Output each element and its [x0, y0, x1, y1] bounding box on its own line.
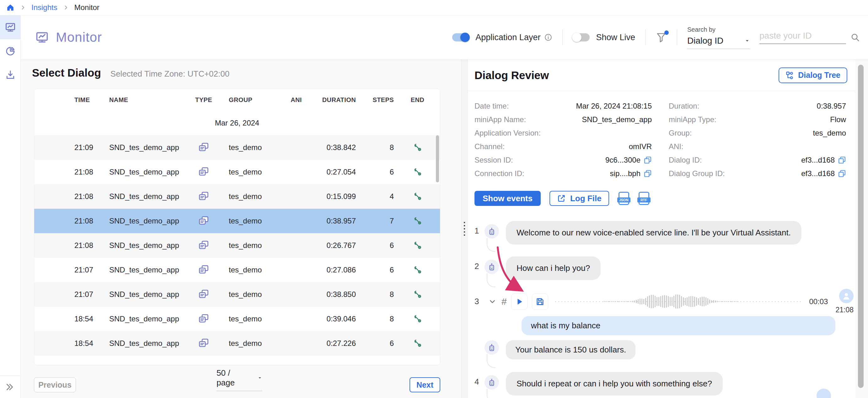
expand-chevron-icon[interactable] — [34, 290, 45, 299]
export-json-button[interactable]: JSON — [619, 192, 629, 205]
step-number: 1 — [474, 221, 485, 236]
expand-chevron-icon[interactable] — [34, 315, 45, 323]
application-layer-toggle[interactable] — [452, 33, 469, 41]
expand-chevron-icon[interactable] — [34, 266, 45, 274]
bot-message-bubble: Should i repeat or can i help you with s… — [506, 372, 723, 396]
cell-steps: 6 — [390, 241, 395, 250]
meta-ani: ANI: — [669, 140, 846, 153]
breadcrumb-link-insights[interactable]: Insights — [31, 3, 57, 12]
monitor-chart-icon — [5, 22, 16, 33]
table-scrollbar[interactable] — [436, 135, 439, 182]
cell-steps: 8 — [390, 314, 395, 323]
divider — [645, 30, 646, 45]
dialog-actions: Show events Log File JSON RTF — [468, 180, 856, 206]
filter-button[interactable] — [656, 32, 667, 43]
double-chevron-right-icon[interactable] — [5, 382, 14, 392]
table-row[interactable]: 18:54 SND_tes_demo_app tes_demo 0:27.226… — [34, 331, 440, 356]
next-page-button[interactable]: Next — [409, 377, 440, 392]
previous-page-button[interactable]: Previous — [34, 377, 76, 392]
meta-date-time: Date time: Mar 26, 2024 21:08:15 — [474, 99, 652, 113]
cell-time: 18:54 — [74, 314, 108, 323]
cell-duration: 0:26.767 — [327, 241, 356, 250]
id-search-group — [760, 31, 860, 44]
dialog-tree-button[interactable]: Dialog Tree — [779, 67, 847, 83]
copy-icon[interactable] — [644, 170, 652, 178]
page-scrollbar-thumb[interactable] — [858, 65, 864, 388]
search-input[interactable] — [760, 31, 846, 44]
cell-time: 21:09 — [74, 143, 108, 152]
robot-icon — [487, 226, 496, 236]
show-live-toggle[interactable] — [573, 33, 590, 41]
expand-chevron-icon[interactable] — [34, 339, 45, 347]
dialog-type-icon — [198, 167, 209, 177]
page-scrollbar[interactable] — [858, 60, 864, 398]
call-end-icon — [413, 192, 423, 201]
meta-dialog-id: Dialog ID: ef3...d168 — [669, 153, 846, 167]
collapse-chevron-icon[interactable] — [488, 298, 496, 306]
dialog-tree-label: Dialog Tree — [798, 71, 840, 80]
call-end-icon — [413, 216, 423, 226]
expand-chevron-icon[interactable] — [34, 241, 45, 249]
expand-chevron-icon[interactable] — [34, 168, 45, 176]
expand-chevron-icon[interactable] — [34, 144, 45, 152]
table-row[interactable]: 21:09 SND_tes_demo_app tes_demo 0:38.842… — [34, 135, 440, 160]
table-row[interactable]: 21:08 SND_tes_demo_app tes_demo 0:26.767… — [34, 233, 440, 258]
call-end-icon — [413, 290, 423, 299]
panel-resizer-handle[interactable] — [461, 60, 468, 398]
copy-icon[interactable] — [838, 170, 846, 178]
page-size-select[interactable]: 50 / page — [217, 368, 262, 391]
table-row[interactable]: 21:08 SND_tes_demo_app tes_demo 0:15.099… — [34, 184, 440, 209]
home-icon[interactable] — [6, 3, 14, 11]
save-audio-button[interactable] — [532, 294, 548, 310]
cell-steps: 4 — [390, 192, 395, 201]
cell-name: SND_tes_demo_app — [108, 143, 190, 152]
table-row[interactable]: 21:07 SND_tes_demo_app tes_demo 0:38.850… — [34, 282, 440, 307]
hash-icon[interactable]: # — [501, 296, 507, 307]
audio-turn-row: 3 # 00:03 21:08 — [474, 289, 856, 314]
expand-chevron-icon[interactable] — [34, 217, 45, 225]
cell-time: 21:08 — [74, 241, 108, 250]
cell-name: SND_tes_demo_app — [108, 241, 190, 250]
play-audio-button[interactable] — [511, 294, 528, 310]
cell-duration: 0:27.054 — [327, 167, 356, 176]
cell-duration: 0:38.850 — [327, 290, 356, 299]
table-row-selected[interactable]: 21:08 SND_tes_demo_app tes_demo 0:38.957… — [34, 209, 440, 233]
cell-name: SND_tes_demo_app — [108, 192, 190, 201]
copy-icon[interactable] — [644, 156, 652, 164]
sidebar-item-reports[interactable] — [0, 39, 21, 63]
dialog-table: TIME NAME TYPE GROUP ANI DURATION STEPS … — [34, 89, 440, 365]
col-duration: DURATION — [322, 96, 356, 103]
sidebar-item-downloads[interactable] — [0, 63, 21, 87]
cell-group: tes_demo — [218, 290, 282, 299]
table-row[interactable]: 21:08 SND_tes_demo_app tes_demo 0:27.054… — [34, 160, 440, 184]
robot-icon — [487, 377, 496, 387]
show-events-button[interactable]: Show events — [474, 191, 541, 206]
bot-reply-row: Your balance is 150 us dollars. — [485, 340, 856, 359]
expand-chevron-icon[interactable] — [34, 192, 45, 201]
chevron-right-icon — [20, 5, 26, 10]
cell-time: 21:07 — [74, 290, 108, 299]
sidebar-item-monitor[interactable] — [0, 16, 21, 39]
transcript-item: 1 Welcome to our new voice-enabled servi… — [474, 221, 856, 245]
table-row[interactable]: 21:07 SND_tes_demo_app tes_demo 0:27.086… — [34, 258, 440, 282]
left-sidebar — [0, 16, 21, 398]
info-icon[interactable] — [544, 33, 552, 41]
table-header-row: TIME NAME TYPE GROUP ANI DURATION STEPS … — [34, 89, 440, 111]
cell-name: SND_tes_demo_app — [108, 339, 190, 348]
bot-avatar — [485, 375, 499, 390]
caret-down-icon — [257, 375, 262, 380]
page-header: Monitor Application Layer Show Live Sear… — [21, 16, 868, 60]
search-icon[interactable] — [850, 33, 860, 42]
copy-icon[interactable] — [838, 156, 846, 164]
table-row[interactable]: 18:54 SND_tes_demo_app tes_demo 0:39.046… — [34, 307, 440, 331]
meta-dialog-group-id: Dialog Group ID: ef3...d168 — [669, 167, 846, 180]
call-end-icon — [413, 314, 423, 324]
audio-waveform[interactable] — [555, 293, 802, 310]
log-file-button[interactable]: Log File — [550, 191, 609, 206]
dialog-review-header: Dialog Review Dialog Tree — [468, 60, 856, 91]
export-rtf-button[interactable]: RTF — [639, 192, 649, 205]
bot-message-bubble: Welcome to our new voice-enabled service… — [506, 221, 802, 245]
dialog-type-icon — [198, 289, 209, 300]
monitor-chart-icon — [35, 30, 49, 44]
search-by-select[interactable]: Dialog ID — [687, 36, 750, 49]
